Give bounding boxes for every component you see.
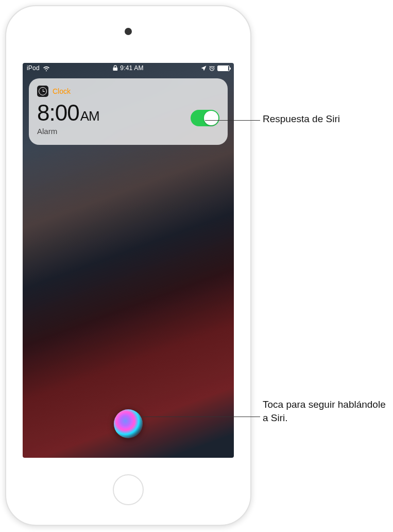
toggle-knob: [204, 111, 218, 125]
lock-icon: [113, 65, 117, 71]
front-camera: [125, 28, 132, 35]
alarm-time: 8:00AM: [37, 100, 99, 126]
siri-orb-button[interactable]: [114, 409, 143, 438]
alarm-status-icon: [209, 65, 215, 71]
status-bar: iPod 9:41 AM: [23, 63, 234, 73]
location-icon: [201, 65, 207, 71]
clock-app-icon: [37, 86, 48, 97]
card-header: Clock: [37, 86, 219, 97]
carrier-label: iPod: [27, 64, 40, 72]
screen: iPod 9:41 AM: [23, 63, 234, 458]
status-time: 9:41 AM: [120, 64, 143, 72]
status-left: iPod: [27, 64, 50, 72]
alarm-toggle[interactable]: [191, 110, 219, 126]
alarm-row: 8:00AM Alarm: [37, 100, 219, 136]
battery-icon: [217, 65, 230, 71]
alarm-label: Alarm: [37, 127, 99, 136]
callout-leader-1: [205, 120, 260, 121]
device-frame: iPod 9:41 AM: [5, 5, 251, 526]
callout-siri-continue: Toca para seguir hablándole a Siri.: [263, 398, 393, 424]
callout-siri-response: Respuesta de Siri: [263, 112, 340, 126]
callout-leader-2: [142, 417, 260, 417]
app-name-label: Clock: [53, 87, 71, 95]
home-button[interactable]: [113, 474, 144, 505]
wifi-icon: [43, 65, 50, 71]
alarm-time-block: 8:00AM Alarm: [37, 100, 99, 136]
siri-response-card[interactable]: Clock 8:00AM Alarm: [29, 78, 228, 145]
status-right: [201, 65, 230, 71]
device-speaker: [125, 28, 132, 35]
status-center: 9:41 AM: [113, 64, 143, 72]
